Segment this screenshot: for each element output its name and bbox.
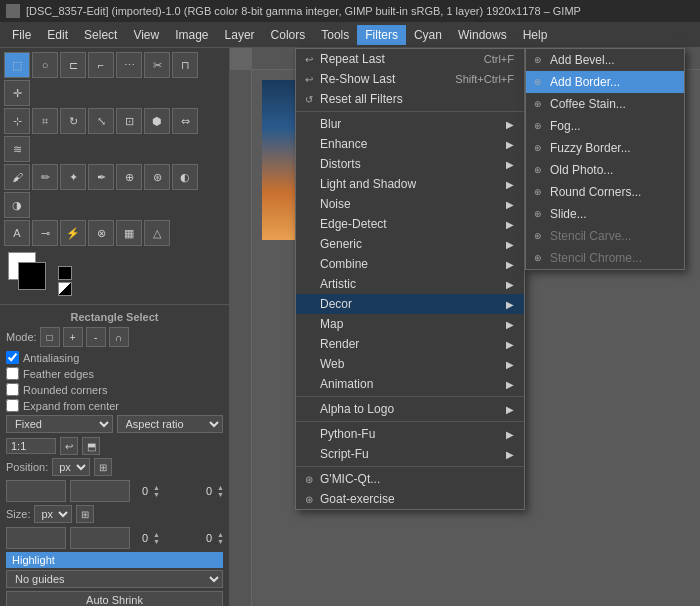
filters-reshow-last[interactable]: ↩ Re-Show Last Shift+Ctrl+F (296, 69, 524, 89)
filters-edge-detect[interactable]: Edge-Detect ▶ (296, 214, 524, 234)
auto-shrink-button[interactable]: Auto Shrink (6, 591, 223, 606)
tool-gradient[interactable]: ▦ (116, 220, 142, 246)
tool-rect-select[interactable]: ⬚ (4, 52, 30, 78)
menu-help[interactable]: Help (515, 25, 556, 45)
size-chain-icon[interactable]: ⊞ (76, 505, 94, 523)
tool-by-color[interactable]: ⋯ (116, 52, 142, 78)
filters-alpha-to-logo[interactable]: Alpha to Logo ▶ (296, 399, 524, 419)
pos-y-input[interactable] (71, 485, 215, 497)
tool-path[interactable]: △ (144, 220, 170, 246)
tool-ellipse[interactable]: ○ (32, 52, 58, 78)
swap-colors-icon[interactable] (58, 282, 72, 296)
menu-edit[interactable]: Edit (39, 25, 76, 45)
decor-fog[interactable]: ⊛ Fog... (526, 115, 684, 137)
filters-light-shadow[interactable]: Light and Shadow ▶ (296, 174, 524, 194)
filters-script-fu[interactable]: Script-Fu ▶ (296, 444, 524, 464)
ratio-input[interactable] (6, 438, 56, 454)
filters-combine[interactable]: Combine ▶ (296, 254, 524, 274)
menu-image[interactable]: Image (167, 25, 216, 45)
pos-y-up[interactable]: ▲ (215, 484, 226, 491)
filters-web[interactable]: Web ▶ (296, 354, 524, 374)
tool-scale[interactable]: ⤡ (88, 108, 114, 134)
reset-colors-icon[interactable] (58, 266, 72, 280)
menu-filters[interactable]: Filters (357, 25, 406, 45)
tool-airbrush[interactable]: ✦ (60, 164, 86, 190)
tool-move[interactable]: ✛ (4, 80, 30, 106)
position-chain-icon[interactable]: ⊞ (94, 458, 112, 476)
filters-animation[interactable]: Animation ▶ (296, 374, 524, 394)
tool-dodge[interactable]: ◑ (4, 192, 30, 218)
feather-checkbox[interactable] (6, 367, 19, 380)
filters-enhance[interactable]: Enhance ▶ (296, 134, 524, 154)
filters-distorts[interactable]: Distorts ▶ (296, 154, 524, 174)
filters-generic[interactable]: Generic ▶ (296, 234, 524, 254)
size-h-spinbox[interactable]: ▲ ▼ (70, 527, 130, 549)
filters-gmic[interactable]: ⊛ G'MIC-Qt... (296, 469, 524, 489)
tool-warp[interactable]: ≋ (4, 136, 30, 162)
menu-colors[interactable]: Colors (263, 25, 314, 45)
aspect-ratio-dropdown[interactable]: Aspect ratio (117, 415, 224, 433)
menu-tools[interactable]: Tools (313, 25, 357, 45)
expand-checkbox[interactable] (6, 399, 19, 412)
size-h-input[interactable] (71, 532, 215, 544)
menu-file[interactable]: File (4, 25, 39, 45)
tool-fuzzy[interactable]: ⌐ (88, 52, 114, 78)
tool-scissors[interactable]: ✂ (144, 52, 170, 78)
size-w-spinbox[interactable]: ▲ ▼ (6, 527, 66, 549)
ratio-reset-icon[interactable]: ↩ (60, 437, 78, 455)
filters-render[interactable]: Render ▶ (296, 334, 524, 354)
pos-y-spinbox[interactable]: ▲ ▼ (70, 480, 130, 502)
tool-perspective-clone[interactable]: ⊛ (144, 164, 170, 190)
filters-artistic[interactable]: Artistic ▶ (296, 274, 524, 294)
menu-cyan[interactable]: Cyan (406, 25, 450, 45)
size-h-down[interactable]: ▼ (215, 538, 226, 545)
filters-map[interactable]: Map ▶ (296, 314, 524, 334)
tool-paint[interactable]: 🖌 (4, 164, 30, 190)
filters-blur[interactable]: Blur ▶ (296, 114, 524, 134)
filters-goat[interactable]: ⊛ Goat-exercise (296, 489, 524, 509)
menu-windows[interactable]: Windows (450, 25, 515, 45)
menu-view[interactable]: View (125, 25, 167, 45)
filters-reset-all[interactable]: ↺ Reset all Filters (296, 89, 524, 109)
ratio-portrait-icon[interactable]: ⬒ (82, 437, 100, 455)
tool-free-select[interactable]: ⊏ (60, 52, 86, 78)
tool-blur[interactable]: ◐ (172, 164, 198, 190)
filters-decor[interactable]: Decor ▶ (296, 294, 524, 314)
decor-round-corners[interactable]: ⊛ Round Corners... (526, 181, 684, 203)
tool-color-picker[interactable]: ⚡ (60, 220, 86, 246)
tool-foreground[interactable]: ⊓ (172, 52, 198, 78)
decor-add-border[interactable]: ⊛ Add Border... (526, 71, 684, 93)
size-unit-dropdown[interactable]: px (34, 505, 72, 523)
filters-repeat-last[interactable]: ↩ Repeat Last Ctrl+F (296, 49, 524, 69)
size-h-up[interactable]: ▲ (215, 531, 226, 538)
decor-add-bevel[interactable]: ⊛ Add Bevel... (526, 49, 684, 71)
fixed-dropdown[interactable]: Fixed (6, 415, 113, 433)
tool-ink[interactable]: ✒ (88, 164, 114, 190)
menu-layer[interactable]: Layer (217, 25, 263, 45)
guides-dropdown[interactable]: No guides (6, 570, 223, 588)
tool-measure[interactable]: ⊸ (32, 220, 58, 246)
position-unit-dropdown[interactable]: px (52, 458, 90, 476)
mode-add[interactable]: + (63, 327, 83, 347)
pos-y-down[interactable]: ▼ (215, 491, 226, 498)
mode-subtract[interactable]: - (86, 327, 106, 347)
tool-pencil[interactable]: ✏ (32, 164, 58, 190)
rounded-checkbox[interactable] (6, 383, 19, 396)
filters-python-fu[interactable]: Python-Fu ▶ (296, 424, 524, 444)
foreground-color-swatch[interactable] (18, 262, 46, 290)
menu-select[interactable]: Select (76, 25, 125, 45)
decor-old-photo[interactable]: ⊛ Old Photo... (526, 159, 684, 181)
tool-perspective[interactable]: ⬢ (144, 108, 170, 134)
tool-bucket[interactable]: ⊗ (88, 220, 114, 246)
filters-noise[interactable]: Noise ▶ (296, 194, 524, 214)
tool-text[interactable]: A (4, 220, 30, 246)
decor-fuzzy-border[interactable]: ⊛ Fuzzy Border... (526, 137, 684, 159)
tool-crop[interactable]: ⌗ (32, 108, 58, 134)
tool-shear[interactable]: ⊡ (116, 108, 142, 134)
tool-heal[interactable]: ⊕ (116, 164, 142, 190)
mode-intersect[interactable]: ∩ (109, 327, 129, 347)
decor-coffee-stain[interactable]: ⊛ Coffee Stain... (526, 93, 684, 115)
antialiasing-checkbox[interactable] (6, 351, 19, 364)
pos-x-spinbox[interactable]: ▲ ▼ (6, 480, 66, 502)
tool-align[interactable]: ⊹ (4, 108, 30, 134)
